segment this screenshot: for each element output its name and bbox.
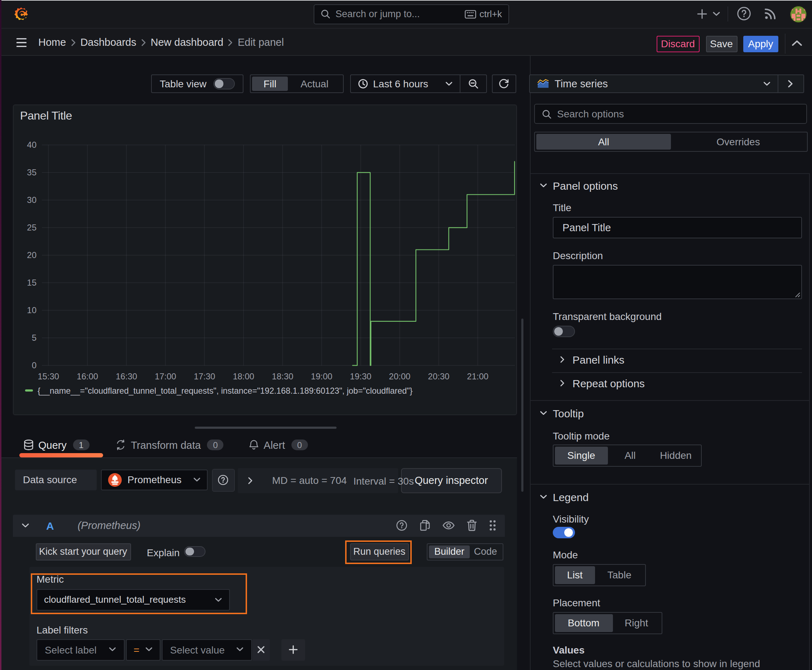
- help-icon[interactable]: [396, 520, 407, 531]
- collapse-header-button[interactable]: [791, 39, 803, 47]
- builder-code-segmented: Builder Code: [427, 543, 503, 560]
- svg-text:19:30: 19:30: [350, 371, 371, 381]
- legend-mode-list[interactable]: List: [554, 566, 595, 584]
- tooltip-mode-label: Tooltip mode: [553, 430, 610, 441]
- query-inspector-button[interactable]: Query inspector: [401, 468, 502, 493]
- query-ref-id[interactable]: A: [46, 519, 54, 531]
- query-header-actions: [396, 520, 496, 531]
- search-icon: [542, 109, 551, 118]
- duplicate-icon[interactable]: [419, 520, 430, 531]
- refresh-icon: [498, 78, 509, 89]
- chevron-right-icon: [559, 380, 564, 387]
- tab-transform[interactable]: Transform data 0: [111, 431, 228, 458]
- grafana-logo[interactable]: [14, 7, 28, 21]
- pane-splitter-handle[interactable]: [521, 318, 524, 491]
- chevron-down-icon: [193, 477, 200, 482]
- rss-icon: [763, 7, 778, 21]
- legend-placement-bottom[interactable]: Bottom: [554, 614, 613, 632]
- resize-corner-icon: [794, 291, 800, 298]
- scope-all[interactable]: All: [536, 134, 671, 150]
- options-search[interactable]: Search options: [534, 104, 807, 124]
- legend-mode-segmented: List Table: [553, 564, 646, 586]
- search-placeholder: Search or jump to...: [336, 8, 464, 19]
- menu-toggle[interactable]: [17, 37, 27, 47]
- viz-picker-expand[interactable]: [778, 75, 803, 92]
- apply-button[interactable]: Apply: [743, 36, 778, 52]
- explain-toggle[interactable]: [184, 546, 205, 557]
- panel-title-input[interactable]: Panel Title: [553, 217, 802, 239]
- tooltip-mode-all[interactable]: All: [608, 446, 652, 465]
- svg-text:15:30: 15:30: [37, 371, 59, 381]
- fill-option[interactable]: Fill: [252, 76, 288, 91]
- legend-mode-table[interactable]: Table: [595, 566, 644, 584]
- datasource-help-button[interactable]: [212, 469, 234, 491]
- refresh-button[interactable]: [492, 74, 516, 93]
- query-row-header[interactable]: A (Prometheus): [12, 514, 504, 536]
- viz-picker-button[interactable]: Time series: [529, 75, 777, 92]
- discard-button[interactable]: Discard: [657, 36, 699, 52]
- section-legend-title: Legend: [553, 491, 588, 503]
- section-tooltip-header[interactable]: Tooltip: [540, 406, 584, 420]
- save-button[interactable]: Save: [706, 36, 737, 52]
- code-option[interactable]: Code: [470, 545, 501, 558]
- options-sections-box: [529, 173, 810, 670]
- label-filter-value-select[interactable]: Select value: [161, 639, 252, 660]
- explain-label: Explain: [147, 546, 180, 558]
- section-panel-options-header[interactable]: Panel options: [540, 179, 618, 192]
- time-range-label: Last 6 hours: [373, 78, 445, 90]
- panel-links-collapsible[interactable]: Panel links: [559, 354, 624, 366]
- options-search-placeholder: Search options: [557, 108, 624, 120]
- description-textarea[interactable]: [553, 264, 802, 299]
- chevron-right-icon: [248, 477, 253, 485]
- time-series-chart[interactable]: 051015202530354015:3016:0016:3017:0017:3…: [14, 105, 516, 384]
- time-range-button[interactable]: Last 6 hours: [351, 75, 460, 92]
- breadcrumb-home[interactable]: Home: [38, 37, 66, 48]
- chevron-down-icon: [109, 648, 116, 652]
- chevron-down-icon: [145, 648, 153, 652]
- breadcrumb-dashboards[interactable]: Dashboards: [80, 37, 136, 48]
- user-avatar[interactable]: [790, 5, 807, 22]
- search-shortcut: ctrl+k: [480, 8, 502, 19]
- repeat-options-collapsible[interactable]: Repeat options: [559, 377, 645, 389]
- transparent-bg-toggle[interactable]: [553, 326, 575, 337]
- section-legend-header[interactable]: Legend: [540, 490, 588, 503]
- breadcrumb-new-dashboard[interactable]: New dashboard: [151, 37, 224, 48]
- kick-start-button[interactable]: Kick start your query: [36, 543, 131, 560]
- news-button[interactable]: [763, 7, 778, 21]
- panel-resize-handle[interactable]: [194, 426, 337, 429]
- table-view-toggle[interactable]: [213, 78, 234, 89]
- builder-option[interactable]: Builder: [429, 545, 470, 558]
- zoom-out-icon: [468, 79, 478, 89]
- trash-icon[interactable]: [466, 520, 476, 531]
- legend-placement-label: Placement: [553, 597, 600, 608]
- eye-icon[interactable]: [442, 521, 454, 530]
- operator-value: =: [134, 644, 139, 655]
- add-button[interactable]: [692, 6, 724, 22]
- add-filter-button[interactable]: [281, 639, 305, 660]
- legend-placement-right[interactable]: Right: [613, 614, 660, 632]
- drag-handle-icon[interactable]: [489, 520, 496, 531]
- run-queries-button[interactable]: Run queries: [350, 543, 409, 560]
- legend-visibility-toggle[interactable]: [553, 526, 575, 538]
- tooltip-mode-single[interactable]: Single: [554, 446, 608, 465]
- actual-option[interactable]: Actual: [288, 76, 341, 91]
- tab-query-label: Query: [38, 439, 66, 451]
- label-filter-key-select[interactable]: Select label: [36, 639, 125, 660]
- svg-text:15: 15: [27, 277, 37, 287]
- scope-overrides[interactable]: Overrides: [671, 134, 805, 150]
- tooltip-mode-hidden[interactable]: Hidden: [652, 446, 699, 465]
- remove-filter-button[interactable]: [253, 639, 270, 660]
- breadcrumb-edit-panel: Edit panel: [238, 37, 284, 48]
- zoom-out-button[interactable]: [460, 75, 486, 92]
- tab-alert[interactable]: Alert 0: [245, 431, 312, 458]
- fill-actual-segmented: Fill Actual: [250, 74, 343, 93]
- chevron-right-icon: [228, 38, 233, 46]
- datasource-label-box: Data source: [15, 469, 97, 490]
- help-button[interactable]: [736, 7, 751, 21]
- search-bar[interactable]: Search or jump to... ctrl+k: [313, 4, 509, 24]
- datasource-picker[interactable]: Prometheus: [101, 469, 208, 490]
- svg-text:25: 25: [27, 222, 37, 232]
- legend-label[interactable]: {__name__="cloudflared_tunnel_total_requ…: [37, 386, 412, 395]
- label-filter-operator-select[interactable]: =: [125, 639, 160, 660]
- actions-divider: [785, 34, 785, 54]
